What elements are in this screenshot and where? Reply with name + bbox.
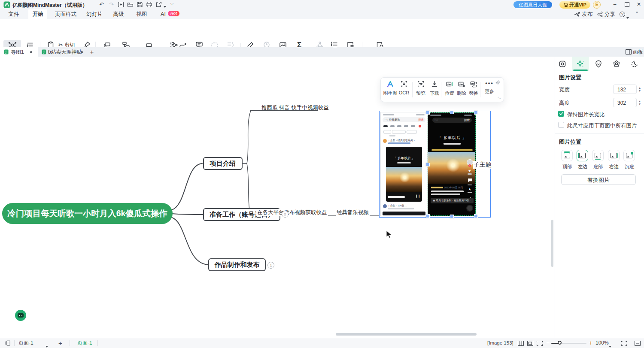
apply-all-checkbox[interactable] [558,122,564,128]
position-behind-label: 沉底 [621,163,638,170]
ellipsis-icon: ••• [482,80,497,88]
vip-button[interactable]: 开通VIP [559,1,590,9]
panel-tab-ai-image[interactable] [572,57,589,71]
pin-toolbar-icon[interactable] [495,80,500,85]
height-stepper[interactable]: ▲▼ [638,98,642,107]
ai-assistant-fab[interactable] [15,310,26,321]
print-button[interactable] [146,1,152,8]
zoom-in-button[interactable]: + [589,338,592,348]
menu-page-style[interactable]: 页面样式 [52,9,79,19]
minimize-button[interactable]: – [611,0,618,9]
resize-handle-sw[interactable] [426,214,430,218]
customize-toolbar-button[interactable]: ⸪ [170,1,177,7]
menu-ai[interactable]: AI [157,9,169,19]
sticker-panel-icon [594,60,603,68]
comment-icon [468,178,472,182]
resize-handle-nw[interactable] [426,111,430,115]
keep-ratio-label: 保持图片长宽比 [567,111,605,118]
ocr-button[interactable]: OCR [397,80,411,95]
add-page-button[interactable]: + [58,338,62,348]
user-avatar[interactable]: E [593,1,601,9]
branch-node-intro[interactable]: 项目介绍 [203,157,243,170]
multi-page-view-icon[interactable] [518,341,524,346]
position-right-button[interactable] [608,150,620,161]
redo-button[interactable]: ↷ [109,1,115,8]
menu-advanced[interactable]: 高级 [109,9,128,19]
preview-button[interactable]: 预览 [413,80,428,97]
replace-image-button[interactable]: 替换 [466,80,481,97]
doc-tab-map1[interactable]: 导图1 [0,47,38,57]
page-selector[interactable]: 页面-1 [18,338,33,348]
width-input[interactable]: 132 [613,85,637,94]
fit-screen-icon[interactable] [537,341,543,346]
menu-file[interactable]: 文件 [4,9,23,19]
zoom-dropdown-arrow[interactable] [609,342,611,348]
page-tab-active[interactable]: 页面-1 [77,338,92,348]
collapse-badge-1[interactable]: 1 [267,262,274,269]
pages-panel-icon[interactable] [5,340,12,346]
share-button[interactable]: 分享 [603,9,616,19]
replace-image-panel-button[interactable]: 替换图片 [561,174,636,185]
zoom-slider-knob[interactable] [558,341,562,345]
vertical-scrollbar[interactable] [551,220,553,267]
open-file-button[interactable] [127,1,134,8]
resize-handle-se[interactable] [474,214,478,218]
doc-tab-bilibili[interactable]: b站卖天涯神贴 [39,47,85,57]
line-topic-watermelon[interactable]: 撸西瓜 抖音 快手中视频收益 [261,104,330,112]
profile-avatar: + [467,159,473,166]
help-button[interactable]: ? [620,12,625,17]
fullscreen-icon[interactable] [621,341,627,346]
panel-tab-history[interactable] [626,57,643,71]
panel-tab-theme[interactable] [608,57,625,71]
menu-home[interactable]: 开始 [28,9,47,19]
panel-tab-sticker[interactable] [590,57,607,71]
more-options-button[interactable]: ••• 更多 [482,80,497,95]
resize-handle-s[interactable] [450,215,454,218]
resize-handle-n[interactable] [450,110,454,114]
close-button[interactable]: ✕ [635,0,642,9]
undo-button[interactable]: ↶ [99,1,106,8]
panel-divider [555,133,644,134]
line-topic-classic-music[interactable]: 经典音乐视频 [336,209,370,216]
restore-button[interactable] [623,0,630,9]
new-doc-tab-button[interactable]: + [88,47,96,57]
panel-toggle-button[interactable]: 面板 [633,47,644,57]
new-file-button[interactable] [118,1,124,8]
position-left-button[interactable] [577,150,588,161]
sparkle-decoration: ⁺₊ [498,96,501,100]
zoom-percentage[interactable]: 100% [595,338,609,348]
image-topic-text[interactable]: 子主题 [473,161,492,169]
ai-image-button[interactable]: 图生图 [383,80,398,97]
resize-handle-ne[interactable] [474,111,478,115]
collapse-badge-2[interactable]: 2 [282,211,289,218]
promo-banner[interactable]: 亿图夏日大促 [513,1,552,8]
fit-page-view-icon[interactable] [527,341,533,346]
collapse-ribbon-button[interactable]: ⌃ [635,11,639,16]
panel-tab-style[interactable] [554,57,571,71]
unsaved-dot [30,51,32,53]
width-stepper[interactable]: ▲▼ [638,85,642,94]
menu-view[interactable]: 视图 [132,9,151,19]
page-selector-arrow[interactable] [46,342,48,348]
position-behind-button[interactable] [623,150,635,161]
height-input[interactable]: 302 [613,98,637,107]
export-dropdown-arrow[interactable] [164,3,170,9]
export-button[interactable] [155,1,162,8]
branch-node-production[interactable]: 作品制作和发布 [208,258,266,271]
save-button[interactable] [137,1,143,8]
publish-button[interactable]: 发布 [581,9,594,19]
position-top-button[interactable] [561,150,573,161]
right-phone-screenshot[interactable]: ‹ ○ 搜索 「 多年以后 」 + ♥ ★ 2023年05月26日 ▣ 经典老歌… [428,112,476,216]
horizontal-scrollbar[interactable] [336,333,477,336]
position-title: 图片位置 [559,138,581,146]
download-button[interactable]: 下载 [427,80,442,97]
menu-slideshow[interactable]: 幻灯片 [83,9,106,19]
collapse-panel-icon[interactable] [635,341,641,346]
resize-handle-w[interactable] [426,163,430,166]
download-icon [431,80,438,88]
zoom-out-button[interactable]: − [546,338,550,348]
line-topic-platforms[interactable]: 在各大平台发布视频获取收益 [256,209,328,216]
keep-ratio-checkbox[interactable] [558,111,564,117]
central-topic-node[interactable]: 冷门项目每天听歌一小时月入6k傻瓜式操作 [2,203,173,224]
position-bottom-button[interactable] [592,150,604,161]
